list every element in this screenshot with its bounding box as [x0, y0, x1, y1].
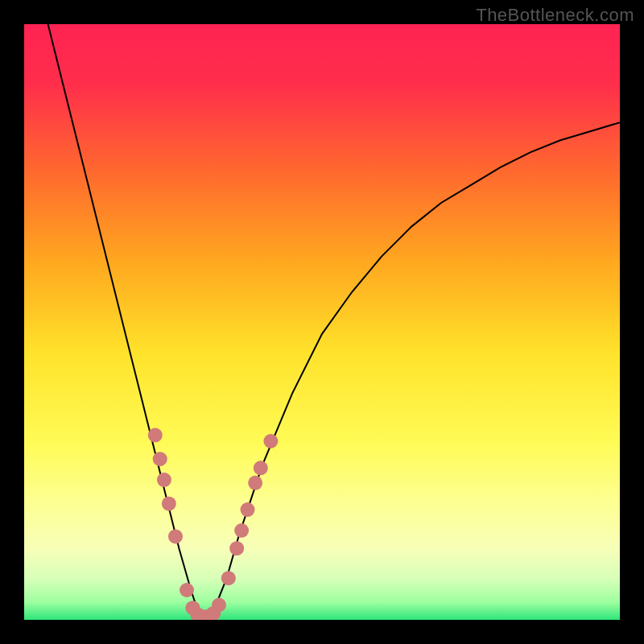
data-marker [162, 497, 176, 511]
data-marker [254, 460, 268, 475]
data-marker [168, 529, 183, 543]
data-marker [229, 541, 244, 555]
data-marker [157, 473, 171, 487]
plot-background [24, 24, 620, 620]
data-marker [221, 571, 236, 585]
data-marker [180, 583, 194, 597]
data-marker [234, 523, 249, 538]
data-marker [148, 428, 163, 443]
data-marker [248, 476, 262, 490]
chart-frame: TheBottleneck.com [0, 0, 644, 644]
data-marker [212, 598, 226, 613]
data-marker [153, 452, 167, 466]
data-marker [263, 434, 278, 448]
watermark-label: TheBottleneck.com [476, 5, 634, 26]
data-marker [241, 502, 255, 517]
bottleneck-chart [24, 24, 620, 620]
